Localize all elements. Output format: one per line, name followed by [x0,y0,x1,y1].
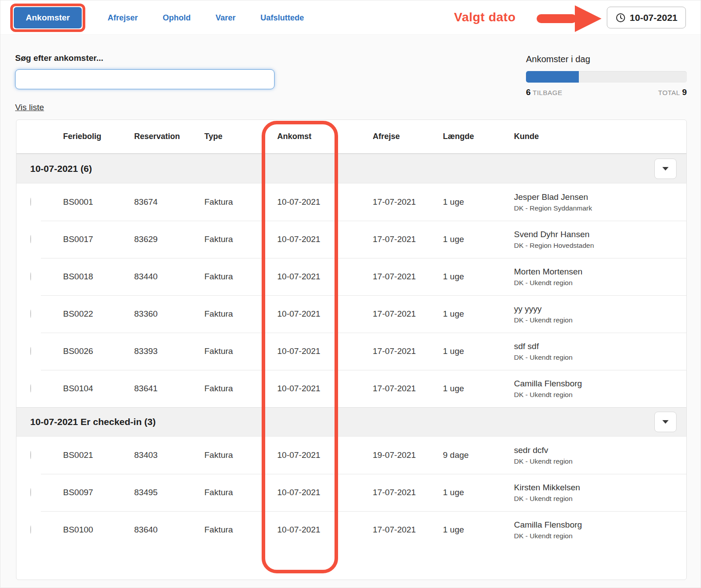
kunde-name: sedr dcfv [514,445,686,455]
progress-track [526,71,687,83]
arrivals-progress: Ankomster i dag 6 TILBAGE TOTAL 9 [526,54,687,97]
kunde-name: Camilla Flensborg [514,379,686,389]
tab-ankomster[interactable]: Ankomster [14,7,82,28]
group-collapse-button[interactable] [654,159,677,179]
cell-ankomst: 10-07-2021 [277,346,373,356]
date-picker-button[interactable]: 10-07-2021 [607,7,686,28]
cell-afrejse: 17-07-2021 [373,384,443,393]
kunde-name: Kirsten Mikkelsen [514,483,686,493]
cell-ankomst: 10-07-2021 [277,450,373,460]
cell-feriebolig: BS0097 [63,488,134,497]
kunde-region: DK - Ukendt region [514,495,686,503]
table-row[interactable]: BS0021 83403 Faktura 10-07-2021 19-07-20… [16,437,686,474]
column-header-afrejse: Afrejse [373,132,443,141]
cell-laengde: 1 uge [443,309,514,319]
table-row[interactable]: BS0026 83393 Faktura 10-07-2021 17-07-20… [16,333,686,370]
content-area: Søg efter ankomster... Vis liste Ankomst… [0,36,701,588]
cell-type: Faktura [204,272,277,282]
cell-type: Faktura [204,384,277,393]
column-header-type: Type [204,132,277,141]
cell-type: Faktura [204,234,277,244]
cell-kunde: Kirsten Mikkelsen DK - Ukendt region [514,483,686,503]
annotation-valgt-dato: Valgt dato [454,10,516,24]
row-select-checkbox[interactable] [30,384,31,393]
red-arrow-icon [536,4,602,34]
cell-reservation: 83629 [134,234,204,244]
kunde-region: DK - Region Syddanmark [514,204,686,212]
cell-afrejse: 17-07-2021 [373,309,443,319]
remaining-label: TILBAGE [533,89,562,96]
kunde-region: DK - Ukendt region [514,532,686,540]
cell-kunde: sedr dcfv DK - Ukendt region [514,445,686,465]
cell-laengde: 9 dage [443,450,514,460]
kunde-region: DK - Region Hovedstaden [514,242,686,250]
table-row[interactable]: BS0104 83641 Faktura 10-07-2021 17-07-20… [16,370,686,407]
chevron-down-icon [662,420,669,424]
row-select-checkbox[interactable] [30,272,31,281]
remaining-count: 6 [526,87,531,97]
cell-kunde: yy yyyy DK - Ukendt region [514,304,686,324]
kunde-region: DK - Ukendt region [514,316,686,324]
cell-ankomst: 10-07-2021 [277,525,373,535]
row-select-checkbox[interactable] [30,451,31,459]
cell-type: Faktura [204,197,277,207]
cell-reservation: 83641 [134,384,204,393]
cell-kunde: Jesper Blad Jensen DK - Region Syddanmar… [514,192,686,212]
cell-afrejse: 17-07-2021 [373,346,443,356]
group-title: 10-07-2021 (6) [30,163,92,174]
cell-laengde: 1 uge [443,272,514,282]
cell-feriebolig: BS0104 [63,384,134,393]
cell-reservation: 83495 [134,488,204,497]
tab-varer[interactable]: Varer [215,13,235,23]
group-title: 10-07-2021 Er checked-in (3) [30,417,155,427]
row-select-checkbox[interactable] [30,525,31,534]
vis-liste-link[interactable]: Vis liste [15,103,44,112]
cell-reservation: 83403 [134,450,204,460]
column-header-feriebolig: Feriebolig [63,132,134,141]
tab-ophold[interactable]: Ophold [163,13,191,23]
table-row[interactable]: BS0018 83440 Faktura 10-07-2021 17-07-20… [16,258,686,295]
chevron-down-icon [662,167,669,171]
cell-ankomst: 10-07-2021 [277,234,373,244]
kunde-name: Svend Dyhr Hansen [514,230,686,239]
group-collapse-button[interactable] [654,412,677,432]
top-bar: AnkomsterAfrejserOpholdVarerUafsluttede … [0,0,701,35]
table-row[interactable]: BS0022 83360 Faktura 10-07-2021 17-07-20… [16,295,686,333]
table-row[interactable]: BS0001 83674 Faktura 10-07-2021 17-07-20… [16,183,686,221]
cell-type: Faktura [204,488,277,497]
cell-kunde: Svend Dyhr Hansen DK - Region Hovedstade… [514,230,686,250]
cell-afrejse: 17-07-2021 [373,234,443,244]
cell-type: Faktura [204,309,277,319]
remaining-stat: 6 TILBAGE [526,87,562,97]
kunde-region: DK - Ukendt region [514,354,686,362]
cell-kunde: Camilla Flensborg DK - Ukendt region [514,520,686,540]
group-header-row: 10-07-2021 Er checked-in (3) [16,407,686,437]
tab-bar: AnkomsterAfrejserOpholdVarerUafsluttede [10,0,316,35]
cell-feriebolig: BS0018 [63,272,134,282]
cell-afrejse: 17-07-2021 [373,525,443,535]
progress-fill [526,71,579,83]
cell-feriebolig: BS0001 [63,197,134,207]
cell-reservation: 83640 [134,525,204,535]
table-row[interactable]: BS0017 83629 Faktura 10-07-2021 17-07-20… [16,221,686,258]
tab-afrejser[interactable]: Afrejser [108,13,138,23]
cell-afrejse: 17-07-2021 [373,272,443,282]
row-select-checkbox[interactable] [30,347,31,355]
row-select-checkbox[interactable] [30,488,31,497]
tab-uafsluttede[interactable]: Uafsluttede [260,13,304,23]
cell-laengde: 1 uge [443,384,514,393]
cell-ankomst: 10-07-2021 [277,384,373,393]
total-count: 9 [682,87,687,97]
row-select-checkbox[interactable] [30,198,31,206]
column-header-reservation: Reservation [134,132,204,141]
table-row[interactable]: BS0097 83495 Faktura 10-07-2021 17-07-20… [16,474,686,511]
row-select-checkbox[interactable] [30,235,31,243]
cell-afrejse: 17-07-2021 [373,197,443,207]
cell-feriebolig: BS0022 [63,309,134,319]
table-row[interactable]: BS0100 83640 Faktura 10-07-2021 17-07-20… [16,511,686,548]
cell-afrejse: 17-07-2021 [373,488,443,497]
search-input[interactable] [15,69,275,89]
cell-reservation: 83360 [134,309,204,319]
row-select-checkbox[interactable] [30,310,31,318]
cell-type: Faktura [204,525,277,535]
